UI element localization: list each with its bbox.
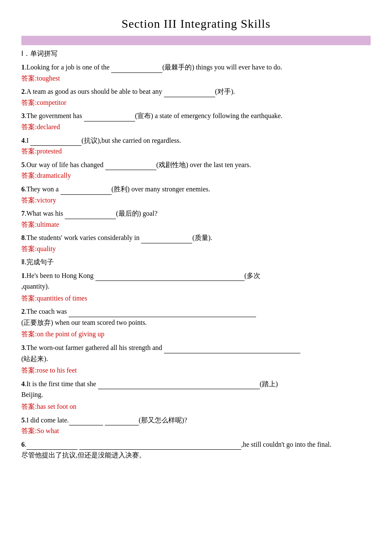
s2-question-5: 5.I did come late. (那又怎么样呢)? 答案:So what	[21, 415, 371, 436]
q4-suffix: ,but she carried on regardless.	[100, 137, 181, 144]
s2-q4-hint: (踏上)	[260, 380, 278, 387]
s2-q1-hint: (多次	[245, 272, 260, 279]
q8-answer: 答案:quality	[21, 243, 371, 254]
q8-suffix: .	[210, 234, 212, 241]
s2-question-3: 3.The worn-out farmer gathered all his s…	[21, 342, 371, 376]
q7-suffix: goal?	[141, 210, 158, 217]
q8-blank	[141, 236, 192, 243]
q2-suffix: .	[233, 88, 235, 95]
q7-prefix: .What was his	[25, 210, 65, 217]
section1-header: Ⅰ．单词拼写	[21, 49, 371, 58]
question-3: 3.The government has (宣布) a state of eme…	[21, 110, 371, 132]
q5-answer: 答案:dramatically	[21, 170, 371, 181]
q4-blank	[30, 138, 81, 146]
s2-q6-blank2	[79, 442, 241, 450]
s2-q6-blank1	[26, 442, 78, 450]
highlight-bar	[21, 36, 371, 45]
q8-prefix: .The students' work varies considerably …	[25, 234, 141, 241]
s2-question-2: 2.The coach was (正要放弃) when our team sco…	[21, 306, 371, 340]
q6-prefix: .They won a	[25, 185, 61, 193]
s2-q2-continuation: (正要放弃) when our team scored two points.	[21, 317, 371, 328]
s2-q6-note: 尽管他提出了抗议,但还是没能进入决赛。	[21, 450, 371, 461]
s2-q5-number: 5	[21, 416, 25, 424]
s2-q1-continuation: ,quantity).	[21, 281, 371, 292]
q2-answer: 答案:competitor	[21, 97, 371, 108]
q1-suffix: things you will ever have to do.	[194, 64, 282, 71]
s2-q2-blank	[69, 309, 256, 317]
question-5: 5.Our way of life has changed (戏剧性地) ove…	[21, 159, 371, 181]
s2-q3-number: 3	[21, 344, 25, 351]
s2-q4-answer: 答案:has set foot on	[21, 401, 371, 412]
s2-q1-prefix: .He's been to Hong Kong	[25, 272, 95, 279]
s2-q3-answer: 答案:rose to his feet	[21, 365, 371, 376]
q8-hint: (质量)	[192, 234, 210, 241]
q5-blank	[105, 162, 156, 170]
s2-q4-continuation: Beijing.	[21, 389, 371, 400]
q3-blank	[84, 114, 135, 121]
s2-question-1: 1.He's been to Hong Kong (多次 ,quantity).…	[21, 270, 371, 304]
question-4: 4.I (抗议),but she carried on regardless. …	[21, 135, 371, 157]
s2-q3-continuation: (站起来).	[21, 353, 371, 364]
s2-q2-number: 2	[21, 308, 25, 315]
question-8: 8.The students' work varies considerably…	[21, 232, 371, 254]
q6-answer: 答案:victory	[21, 195, 371, 206]
q5-hint: (戏剧性地)	[156, 161, 188, 168]
s2-q2-prefix: .The coach was	[25, 308, 69, 315]
q6-blank	[61, 187, 112, 195]
q3-prefix: .The government has	[25, 112, 84, 119]
q3-answer: 答案:declared	[21, 121, 371, 133]
s2-q4-prefix: .It is the first time that she	[25, 380, 98, 387]
q2-blank	[164, 90, 215, 97]
section1-container: Ⅰ．单词拼写 1.Looking for a job is one of the…	[21, 49, 371, 254]
q1-number: 1	[21, 64, 25, 71]
q7-hint: (最后的)	[116, 210, 141, 217]
q5-number: 5	[21, 161, 25, 168]
page-title: Section III Integrating Skills	[21, 17, 371, 31]
q1-hint: (最棘手的)	[162, 64, 194, 71]
q2-number: 2	[21, 88, 25, 95]
s2-q5-blank1	[69, 418, 103, 425]
s2-question-4: 4.It is the first time that she (踏上) Bei…	[21, 379, 371, 412]
question-2: 2.A team as good as ours should be able …	[21, 86, 371, 108]
s2-q4-number: 4	[21, 380, 25, 387]
s2-q1-number: 1	[21, 272, 25, 279]
question-1: 1.Looking for a job is one of the (最棘手的)…	[21, 62, 371, 84]
section2-header: Ⅱ.完成句子	[21, 258, 371, 267]
s2-q5-answer: 答案:So what	[21, 425, 371, 436]
q5-suffix: over the last ten years.	[188, 161, 251, 168]
q2-hint: (对手)	[215, 88, 233, 95]
q2-prefix: .A team as good as ours should be able t…	[25, 88, 164, 95]
s2-question-6: 6. ,he still couldn't go into the final.…	[21, 439, 371, 461]
q1-answer: 答案:toughest	[21, 73, 371, 84]
s2-q4-blank	[98, 382, 260, 389]
q1-prefix: .Looking for a job is one of the	[25, 64, 111, 71]
s2-q1-blank	[95, 273, 245, 281]
s2-q5-blank2	[105, 418, 139, 425]
q4-hint: (抗议)	[81, 137, 100, 144]
q5-prefix: .Our way of life has changed	[25, 161, 105, 168]
s2-q6-number: 6	[21, 441, 25, 448]
q6-hint: (胜利)	[112, 185, 130, 193]
s2-q3-prefix: .The worn-out farmer gathered all his st…	[25, 344, 164, 351]
q7-number: 7	[21, 210, 25, 217]
s2-q3-blank	[164, 346, 300, 353]
s2-q2-answer: 答案:on the point of giving up	[21, 329, 371, 340]
q4-number: 4	[21, 137, 25, 144]
q7-answer: 答案:ultimate	[21, 219, 371, 230]
question-7: 7.What was his (最后的) goal? 答案:ultimate	[21, 208, 371, 230]
question-6: 6.They won a (胜利) over many stronger ene…	[21, 184, 371, 205]
q3-suffix: a state of emergency following the earth…	[153, 112, 282, 119]
q6-suffix: over many stronger enemies.	[130, 185, 210, 193]
s2-q1-answer: 答案:quantities of times	[21, 293, 371, 304]
q4-prefix: .I	[25, 137, 30, 144]
q3-hint: (宣布)	[135, 112, 153, 119]
q1-blank	[111, 65, 162, 73]
q4-answer: 答案:protested	[21, 146, 371, 157]
q3-number: 3	[21, 112, 25, 119]
q6-number: 6	[21, 185, 25, 193]
s2-q6-suffix: ,he still couldn't go into the final.	[241, 441, 331, 448]
section2-container: Ⅱ.完成句子 1.He's been to Hong Kong (多次 ,qua…	[21, 258, 371, 461]
s2-q5-prefix: .I did come late.	[25, 416, 69, 424]
q8-number: 8	[21, 234, 25, 241]
q7-blank	[65, 211, 116, 219]
